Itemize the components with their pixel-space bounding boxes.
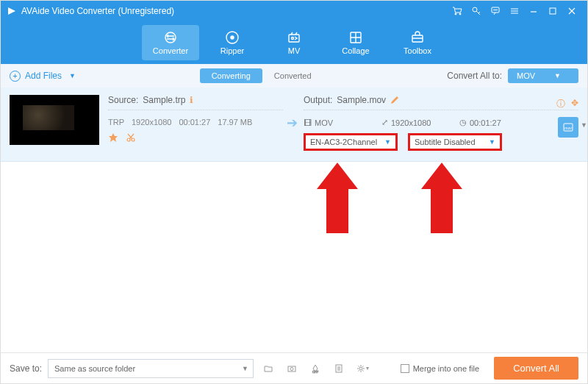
audio-track-value: EN-AC3-2Channel [310, 138, 377, 146]
info-icon[interactable]: ℹ [190, 95, 193, 105]
add-files-button[interactable]: + Add Files ▼ [10, 71, 76, 82]
collage-icon [348, 30, 363, 45]
expand-icon: ⤢ [381, 118, 388, 127]
gpu-icon[interactable]: OFF [306, 360, 324, 377]
feedback-icon[interactable] [486, 6, 505, 16]
nav-collage[interactable]: Collage [327, 25, 384, 60]
source-filename: Sample.trp [143, 95, 185, 105]
chevron-down-icon: ▼ [69, 72, 76, 79]
bottom-bar: Save to: Same as source folder ▼ OFF ▾ M… [1, 352, 587, 383]
svg-point-11 [231, 36, 234, 39]
add-files-label: Add Files [25, 71, 62, 81]
convert-all-button[interactable]: Convert All [494, 357, 578, 380]
chevron-down-icon: ▼ [242, 365, 248, 372]
svg-point-6 [495, 10, 496, 10]
output-label: Output: [304, 95, 332, 105]
merge-label: Merge into one file [413, 364, 480, 373]
top-nav: Converter Ripper MV Collage Toolbox [1, 21, 587, 64]
mv-icon [287, 30, 301, 45]
subtitle-value: Subtitle Disabled [415, 138, 476, 146]
film-icon: 🎞 [304, 118, 312, 127]
svg-marker-0 [8, 7, 15, 15]
convert-all-label: Convert All to: [447, 71, 502, 81]
source-size: 17.97 MB [218, 118, 252, 127]
chevron-down-icon: ▼ [384, 138, 391, 146]
output-profile-button[interactable]: mov [558, 117, 578, 138]
source-column: Source: Sample.trp ℹ TRP 1920x1080 00:01… [99, 95, 283, 151]
clock-icon: ◷ [459, 118, 467, 127]
svg-point-2 [459, 13, 461, 15]
ripper-icon [225, 30, 240, 45]
chevron-down-icon[interactable]: ▼ [581, 121, 587, 129]
tab-switch: Converting Converted [76, 68, 447, 83]
save-folder-dropdown[interactable]: Same as source folder ▼ [48, 359, 254, 378]
output-filename: Sample.mov [337, 95, 386, 105]
chevron-down-icon: ▼ [554, 72, 561, 79]
nav-converter[interactable]: Converter [142, 25, 199, 60]
move-icon[interactable]: ✥ [571, 98, 578, 110]
audio-track-dropdown[interactable]: EN-AC3-2Channel ▼ [304, 133, 398, 151]
minimize-icon[interactable] [524, 6, 543, 16]
open-folder-icon[interactable] [259, 360, 277, 377]
toolbox-icon [410, 30, 425, 45]
chevron-down-icon: ▼ [489, 138, 495, 146]
out-duration: 00:01:27 [470, 118, 501, 127]
source-resolution: 1920x1080 [132, 118, 171, 127]
plus-icon: + [10, 71, 21, 82]
nav-label: Toolbox [404, 46, 431, 55]
svg-point-1 [455, 13, 456, 15]
nav-label: Converter [153, 46, 188, 55]
converter-icon [162, 30, 179, 45]
svg-point-7 [497, 10, 498, 10]
snapshot-icon[interactable] [283, 360, 301, 377]
tab-converting[interactable]: Converting [200, 68, 262, 83]
svg-point-9 [165, 32, 176, 43]
arrow-right-icon: ➔ [283, 95, 301, 151]
logo-icon [7, 6, 17, 16]
edit-icon[interactable] [390, 96, 399, 104]
format-dropdown[interactable]: MOV ▼ [508, 68, 578, 83]
nav-label: Collage [342, 46, 369, 55]
cart-icon[interactable] [448, 6, 467, 16]
checkbox-icon [401, 364, 409, 373]
source-label: Source: [108, 95, 138, 105]
subtitle-dropdown[interactable]: Subtitle Disabled ▼ [408, 133, 502, 151]
warn-icon[interactable]: ⓘ [556, 98, 565, 110]
output-column: Output: Sample.mov ⓘ ✥ 🎞MOV ⤢1920x1080 ◷… [301, 95, 578, 151]
svg-marker-16 [109, 133, 118, 142]
out-format: MOV [315, 118, 333, 127]
svg-text:mov: mov [564, 126, 572, 130]
settings-icon[interactable]: ▾ [354, 360, 371, 377]
source-duration: 00:01:27 [179, 118, 210, 127]
cut-icon[interactable] [126, 132, 136, 143]
nav-mv[interactable]: MV [265, 25, 323, 60]
source-codec: TRP [108, 118, 124, 127]
save-to-label: Save to: [10, 363, 42, 374]
menu-icon[interactable] [505, 6, 524, 16]
key-icon[interactable] [467, 6, 486, 16]
app-window: AVAide Video Converter (Unregistered) Co… [0, 0, 588, 384]
video-thumbnail[interactable] [10, 95, 99, 145]
svg-text:OFF: OFF [312, 370, 319, 374]
nav-label: Ripper [220, 46, 244, 55]
content-area: Source: Sample.trp ℹ TRP 1920x1080 00:01… [1, 88, 587, 352]
tab-converted[interactable]: Converted [262, 68, 323, 83]
star-icon[interactable] [108, 132, 118, 143]
title-bar: AVAide Video Converter (Unregistered) [1, 1, 587, 21]
save-folder-value: Same as source folder [54, 364, 135, 373]
task-icon[interactable] [330, 360, 348, 377]
svg-point-25 [359, 367, 362, 370]
close-icon[interactable] [562, 6, 581, 16]
svg-point-13 [292, 38, 294, 40]
nav-ripper[interactable]: Ripper [204, 25, 261, 60]
nav-toolbox[interactable]: Toolbox [389, 25, 446, 60]
convert-all-to: Convert All to: MOV ▼ [447, 68, 578, 83]
maximize-icon[interactable] [543, 6, 562, 16]
annotation-arrow [421, 163, 465, 233]
svg-point-5 [494, 10, 495, 10]
annotation-arrow [317, 163, 361, 233]
file-item: Source: Sample.trp ℹ TRP 1920x1080 00:01… [1, 88, 587, 162]
svg-point-22 [290, 367, 293, 370]
window-title: AVAide Video Converter (Unregistered) [21, 6, 448, 16]
merge-checkbox[interactable]: Merge into one file [401, 364, 480, 373]
